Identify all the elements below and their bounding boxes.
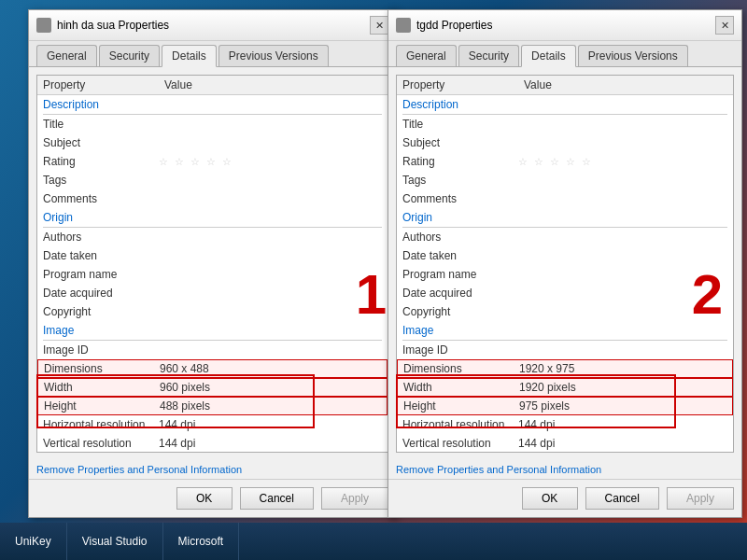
- dialog-1-properties-inner[interactable]: Property Value Description Title Subject: [37, 76, 388, 452]
- dialog-2-row-subject[interactable]: Subject: [397, 133, 733, 152]
- dialog-2-properties-inner[interactable]: Property Value Description Title Subject: [397, 76, 733, 452]
- dialog-2-row-rating[interactable]: Rating ☆ ☆ ☆ ☆ ☆: [397, 152, 733, 171]
- taskbar-microsoft[interactable]: Microsoft: [163, 523, 240, 560]
- dialog-1-row-hres[interactable]: Horizontal resolution 144 dpi: [37, 415, 388, 434]
- tab-details-1[interactable]: Details: [162, 45, 217, 67]
- dialog-1-title: hinh da sua Properties: [57, 19, 169, 32]
- dialog-1-apply-button[interactable]: Apply: [321, 487, 388, 510]
- desktop: hinh da sua Properties ✕ General Securit…: [0, 0, 747, 523]
- dialog-1-prop-authors: Authors: [43, 231, 159, 244]
- dialog-2-buttons: OK Cancel Apply: [388, 479, 741, 517]
- dialog-2-ok-button[interactable]: OK: [522, 487, 578, 510]
- dialog-1-row-title[interactable]: Title: [37, 115, 388, 133]
- dialog-2-val-width: 1920 pixels: [519, 381, 726, 394]
- dialog-2-prop-datetaken: Date taken: [402, 249, 518, 262]
- dialog-2-remove-link[interactable]: Remove Properties and Personal Informati…: [388, 460, 741, 479]
- dialog-2-val-rating: ☆ ☆ ☆ ☆ ☆: [518, 156, 727, 168]
- dialog-2-row-title[interactable]: Title: [397, 115, 733, 133]
- dialog-2-close-button[interactable]: ✕: [715, 16, 734, 35]
- tab-previous-versions-2[interactable]: Previous Versions: [578, 45, 688, 66]
- dialog-2-titlebar: tgdd Properties ✕: [388, 10, 741, 41]
- tab-details-2[interactable]: Details: [521, 45, 576, 67]
- dialog-1-cancel-button[interactable]: Cancel: [240, 487, 314, 510]
- dialog-2-val-vres: 144 dpi: [518, 437, 727, 450]
- dialog-2-row-dimensions[interactable]: Dimensions 1920 x 975: [397, 359, 733, 378]
- dialog-1-tabs: General Security Details Previous Versio…: [29, 41, 396, 67]
- dialog-2-cancel-button[interactable]: Cancel: [585, 487, 659, 510]
- dialog-1-row-subject[interactable]: Subject: [37, 133, 388, 152]
- dialog-2-val-height: 975 pixels: [519, 399, 726, 413]
- dialog-1-section-description: Description: [37, 95, 388, 114]
- dialog-2-section-description: Description: [397, 95, 733, 114]
- dialog-2-row-comments[interactable]: Comments: [397, 189, 733, 208]
- dialog-2-row-height[interactable]: Height 975 pixels: [397, 397, 733, 415]
- dialog-2-prop-comments: Comments: [402, 192, 518, 205]
- dialog-1-row-dateacquired[interactable]: Date acquired: [37, 284, 388, 302]
- dialog-1-val-vres: 144 dpi: [159, 437, 382, 450]
- tab-previous-versions-1[interactable]: Previous Versions: [218, 45, 329, 66]
- dialog-1-prop-hres: Horizontal resolution: [43, 418, 159, 431]
- dialog-1-row-tags[interactable]: Tags: [37, 171, 388, 189]
- dialog-2-prop-rating: Rating: [402, 155, 518, 168]
- dialog-1-row-imageid[interactable]: Image ID: [37, 341, 388, 359]
- tab-security-1[interactable]: Security: [99, 45, 160, 66]
- dialog-2-properties-container: Property Value Description Title Subject: [396, 75, 734, 453]
- dialog-2-prop-title: Title: [402, 118, 518, 131]
- dialog-1-row-comments[interactable]: Comments: [37, 189, 388, 208]
- dialog-2-header-value: Value: [524, 78, 727, 91]
- dialog-2-prop-dimensions: Dimensions: [403, 362, 519, 375]
- dialog-1-val-height: 488 pixels: [160, 399, 381, 413]
- dialog-1-row-width[interactable]: Width 960 pixels: [37, 378, 388, 397]
- tab-general-1[interactable]: General: [36, 45, 97, 66]
- dialog-2-row-imageid[interactable]: Image ID: [397, 341, 733, 359]
- dialog-2-prop-authors: Authors: [402, 231, 518, 244]
- dialog-1-prop-datetaken: Date taken: [43, 249, 159, 262]
- dialog-2-val-dimensions: 1920 x 975: [519, 362, 726, 375]
- dialog-2-row-authors[interactable]: Authors: [397, 228, 733, 246]
- dialog-2-row-tags[interactable]: Tags: [397, 171, 733, 189]
- taskbar-unikey[interactable]: UniKey: [0, 523, 67, 560]
- dialog-1-section-origin: Origin: [37, 208, 388, 227]
- dialog-2-row-copyright[interactable]: Copyright: [397, 302, 733, 321]
- dialog-2-section-image: Image: [397, 321, 733, 340]
- tab-security-2[interactable]: Security: [458, 45, 519, 66]
- dialog-2-row-width[interactable]: Width 1920 pixels: [397, 378, 733, 397]
- dialog-2-props-header: Property Value: [397, 76, 733, 95]
- dialog-1-prop-imageid: Image ID: [43, 343, 159, 357]
- dialog-1-titlebar: hinh da sua Properties ✕: [29, 10, 396, 41]
- dialog-1-prop-tags: Tags: [43, 174, 159, 187]
- dialog-tgdd: tgdd Properties ✕ General Security Detai…: [388, 9, 742, 518]
- dialog-2-row-dateacquired[interactable]: Date acquired: [397, 284, 733, 302]
- dialog-2-row-hres[interactable]: Horizontal resolution 144 dpi: [397, 415, 733, 434]
- dialog-2-props-content: Description Title Subject Rating ☆ ☆ ☆ ☆…: [397, 95, 733, 452]
- dialog-2-row-programname[interactable]: Program name: [397, 265, 733, 284]
- dialog-1-props-header: Property Value: [37, 76, 388, 95]
- dialog-2-prop-tags: Tags: [402, 174, 518, 187]
- dialog-1-row-datetaken[interactable]: Date taken: [37, 246, 388, 265]
- dialog-2-prop-height: Height: [403, 399, 519, 413]
- dialog-1-ok-button[interactable]: OK: [176, 487, 233, 510]
- dialog-2-apply-button[interactable]: Apply: [667, 487, 734, 510]
- dialog-1-row-dimensions[interactable]: Dimensions 960 x 488: [37, 359, 388, 378]
- dialog-1-icon: [36, 18, 51, 33]
- dialog-1-remove-link[interactable]: Remove Properties and Personal Informati…: [29, 460, 396, 479]
- dialog-2-header-property: Property: [402, 78, 524, 91]
- dialog-2-row-vres[interactable]: Vertical resolution 144 dpi: [397, 434, 733, 452]
- tab-general-2[interactable]: General: [396, 45, 457, 66]
- dialog-2-prop-subject: Subject: [402, 136, 518, 149]
- dialog-1-prop-height: Height: [44, 399, 160, 413]
- dialog-1-row-height[interactable]: Height 488 pixels: [37, 397, 388, 415]
- dialog-1-row-rating[interactable]: Rating ☆ ☆ ☆ ☆ ☆: [37, 152, 388, 171]
- taskbar-visualstudio[interactable]: Visual Studio: [67, 523, 163, 560]
- dialog-2-prop-imageid: Image ID: [402, 343, 518, 357]
- dialog-1-row-vres[interactable]: Vertical resolution 144 dpi: [37, 434, 388, 452]
- dialog-1-row-copyright[interactable]: Copyright: [37, 302, 388, 321]
- dialog-2-row-datetaken[interactable]: Date taken: [397, 246, 733, 265]
- dialog-1-row-authors[interactable]: Authors: [37, 228, 388, 246]
- dialog-1-row-programname[interactable]: Program name: [37, 265, 388, 284]
- dialog-2-prop-dateacquired: Date acquired: [402, 287, 518, 300]
- dialog-1-prop-copyright: Copyright: [43, 305, 159, 318]
- dialog-1-prop-vres: Vertical resolution: [43, 437, 159, 450]
- dialog-1-close-button[interactable]: ✕: [370, 16, 388, 35]
- dialog-1-section-image: Image: [37, 321, 388, 340]
